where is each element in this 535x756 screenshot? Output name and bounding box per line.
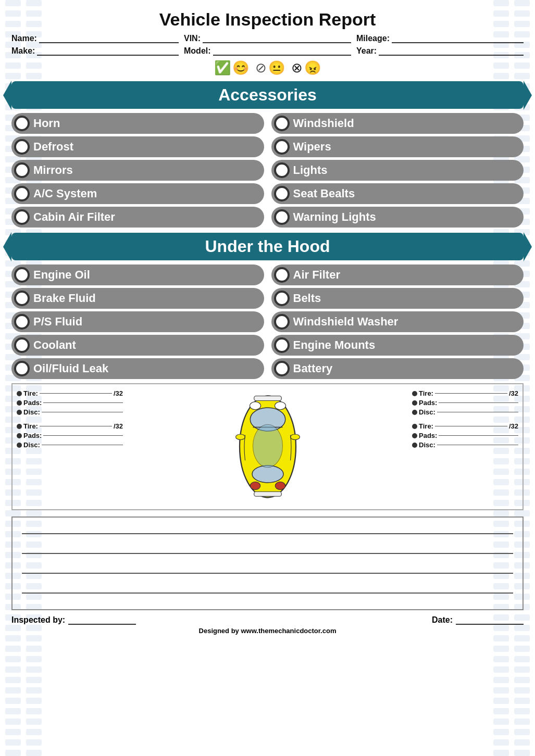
pads-value-rl[interactable] (43, 435, 123, 436)
check-circle-engine-mounts[interactable] (274, 337, 290, 353)
small-circle-icon (412, 433, 417, 438)
svg-rect-274 (493, 666, 509, 673)
pads-value-fr[interactable] (439, 402, 518, 403)
vin-input[interactable] (203, 34, 351, 43)
list-item[interactable]: Battery (271, 358, 524, 379)
list-item[interactable]: Engine Mounts (271, 335, 524, 356)
item-label-ac: A/C System (33, 187, 97, 200)
disc-value-rr[interactable] (437, 445, 518, 445)
pads-line-rr: Pads: (412, 432, 518, 439)
svg-rect-0 (5, 0, 21, 6)
note-line-2[interactable] (22, 553, 513, 554)
check-circle-battery[interactable] (274, 361, 290, 376)
tire-label-rl: Tire: (23, 422, 38, 430)
list-item[interactable]: Defrost (11, 136, 264, 157)
pads-label-rr: Pads: (419, 432, 437, 439)
check-circle-coolant[interactable] (14, 337, 30, 353)
pads-value-rr[interactable] (439, 435, 518, 436)
small-circle-icon (17, 443, 22, 448)
list-item[interactable]: Windshield (271, 113, 524, 134)
tire-value-rr[interactable] (435, 426, 507, 426)
tire-value-fr[interactable] (435, 393, 507, 394)
list-item[interactable]: Coolant (11, 335, 264, 356)
pads-line-rl: Pads: (17, 432, 123, 439)
tire-unit-rl: /32 (114, 422, 123, 430)
list-item[interactable]: Windshield Washer (271, 311, 524, 332)
mileage-input[interactable] (392, 34, 524, 43)
check-circle-oil-fluid-leak[interactable] (14, 361, 30, 376)
check-circle-warning-lights[interactable] (274, 209, 290, 225)
form-row-1: Name: VIN: Mileage: (11, 34, 524, 43)
list-item[interactable]: Air Filter (271, 264, 524, 285)
tire-col-left: Tire: /32 Pads: Disc: (13, 384, 127, 509)
disc-value-rl[interactable] (42, 445, 123, 445)
check-circle-seatbelts[interactable] (274, 186, 290, 201)
tire-label-fr: Tire: (419, 389, 433, 397)
svg-rect-123 (26, 635, 42, 641)
note-line-4[interactable] (22, 593, 513, 594)
svg-rect-147 (514, 0, 530, 6)
svg-rect-301 (254, 492, 281, 496)
check-circle-windshield[interactable] (274, 116, 290, 131)
list-item[interactable]: P/S Fluid (11, 311, 264, 332)
item-label-lights: Lights (293, 163, 328, 177)
footer-row: Inspected by: Date: (11, 615, 524, 625)
list-item[interactable]: Belts (271, 288, 524, 309)
small-circle-icon (412, 443, 417, 448)
check-circle-windshield-washer[interactable] (274, 314, 290, 330)
list-item[interactable]: Warning Lights (271, 207, 524, 228)
list-item[interactable]: Wipers (271, 136, 524, 157)
list-item[interactable]: Horn (11, 113, 264, 134)
name-label: Name: (11, 34, 37, 43)
check-circle-ps-fluid[interactable] (14, 314, 30, 330)
page-title: Vehicle Inspection Report (11, 9, 524, 30)
small-circle-icon (17, 400, 22, 406)
svg-rect-140 (5, 729, 21, 735)
list-item[interactable]: A/C System (11, 183, 264, 204)
check-circle-engine-oil[interactable] (14, 267, 30, 283)
note-line-3[interactable] (22, 573, 513, 574)
list-item[interactable]: Mirrors (11, 160, 264, 181)
disc-value-fr[interactable] (437, 412, 518, 412)
list-item[interactable]: Oil/Fluid Leak (11, 358, 264, 379)
list-item[interactable]: Lights (271, 160, 524, 181)
svg-rect-127 (26, 656, 42, 662)
item-label-ps-fluid: P/S Fluid (33, 315, 82, 329)
small-circle-icon (17, 410, 22, 415)
check-circle-mirrors[interactable] (14, 162, 30, 178)
note-line-1[interactable] (22, 533, 513, 534)
check-circle-lights[interactable] (274, 162, 290, 178)
check-circle-belts[interactable] (274, 291, 290, 306)
check-circle-ac[interactable] (14, 186, 30, 201)
make-label: Make: (11, 46, 35, 56)
name-input[interactable] (39, 34, 179, 43)
check-circle-air-filter[interactable] (274, 267, 290, 283)
tire-col-right: Tire: /32 Pads: Disc: (408, 384, 522, 509)
disc-value-fl[interactable] (42, 412, 123, 412)
svg-rect-288 (493, 739, 509, 746)
check-circle-horn[interactable] (14, 116, 30, 131)
model-input[interactable] (213, 46, 351, 56)
svg-rect-146 (493, 0, 509, 6)
check-circle-wipers[interactable] (274, 139, 290, 155)
svg-rect-269 (514, 635, 530, 641)
svg-rect-277 (514, 677, 530, 683)
list-item[interactable]: Cabin Air Filter (11, 207, 264, 228)
inspected-by-input[interactable] (68, 615, 136, 625)
svg-rect-283 (514, 708, 530, 714)
list-item[interactable]: Brake Fluid (11, 288, 264, 309)
list-item[interactable]: Engine Oil (11, 264, 264, 285)
tire-value-rl[interactable] (40, 426, 112, 426)
svg-point-296 (250, 402, 260, 410)
tire-value-fl[interactable] (40, 393, 112, 394)
designed-by: Designed by www.themechanicdoctor.com (11, 627, 524, 635)
check-circle-cabin-filter[interactable] (14, 209, 30, 225)
check-circle-brake-fluid[interactable] (14, 291, 30, 306)
date-input[interactable] (456, 615, 524, 625)
make-input[interactable] (37, 46, 179, 56)
check-circle-defrost[interactable] (14, 139, 30, 155)
list-item[interactable]: Seat Bealts (271, 183, 524, 204)
year-input[interactable] (379, 46, 524, 56)
svg-rect-133 (26, 687, 42, 694)
pads-value-fl[interactable] (43, 402, 123, 403)
